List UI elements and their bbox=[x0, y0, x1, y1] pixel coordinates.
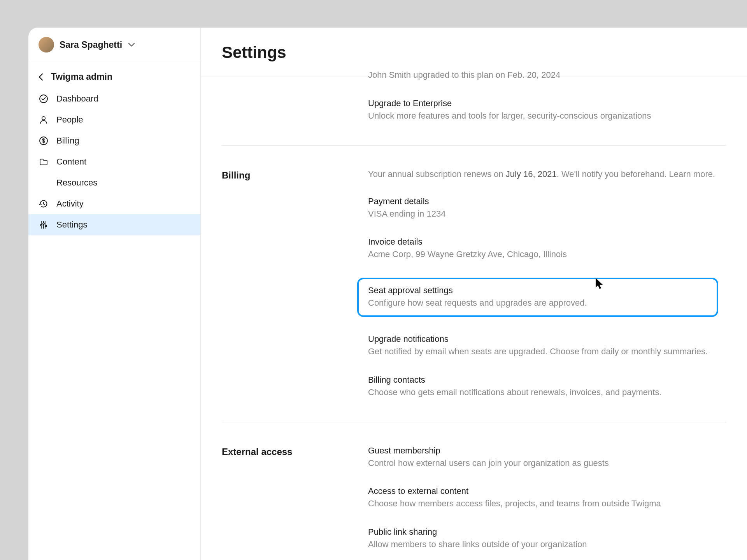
setting-title: Upgrade notifications bbox=[368, 334, 726, 344]
section-plan-tail: John Smith upgraded to this plan on Feb.… bbox=[222, 77, 726, 146]
dollar-icon bbox=[39, 136, 49, 146]
svg-point-4 bbox=[43, 223, 44, 224]
section-billing: Billing Your annual subscription renews … bbox=[222, 146, 726, 422]
check-circle-icon bbox=[39, 94, 49, 104]
svg-point-3 bbox=[40, 224, 42, 226]
setting-desc: John Smith upgraded to this plan on Feb.… bbox=[368, 69, 726, 81]
sliders-icon bbox=[39, 220, 49, 230]
page-title: Settings bbox=[222, 43, 726, 62]
setting-title: Upgrade to Enterprise bbox=[368, 98, 726, 108]
sidebar-item-label: Content bbox=[56, 157, 86, 167]
setting-title: Invoice details bbox=[368, 237, 726, 247]
setting-title: Seat approval settings bbox=[368, 285, 707, 296]
app-window: Sara Spaghetti Twigma admin Dashboard bbox=[28, 28, 747, 560]
sidebar-item-settings[interactable]: Settings bbox=[28, 214, 200, 235]
person-icon bbox=[39, 115, 49, 125]
setting-title: Access to external content bbox=[368, 486, 726, 496]
setting-desc: Unlock more features and tools for large… bbox=[368, 110, 726, 122]
sidebar-item-activity[interactable]: Activity bbox=[28, 193, 200, 214]
folder-icon bbox=[39, 157, 49, 167]
sidebar-item-label: Resources bbox=[56, 178, 97, 188]
sidebar-item-label: People bbox=[56, 115, 83, 125]
setting-item-billing-contacts[interactable]: Billing contacts Choose who gets email n… bbox=[368, 375, 726, 399]
setting-desc: Get notified by email when seats are upg… bbox=[368, 346, 726, 358]
admin-title: Twigma admin bbox=[51, 72, 112, 82]
chevron-left-icon bbox=[39, 73, 43, 81]
setting-desc: Configure how seat requests and upgrades… bbox=[368, 297, 707, 309]
avatar bbox=[39, 37, 54, 52]
setting-title: Billing contacts bbox=[368, 375, 726, 385]
setting-desc: Control how external users can join your… bbox=[368, 457, 726, 469]
sidebar-item-label: Activity bbox=[56, 199, 84, 209]
main-content: Settings John Smith upgraded to this pla… bbox=[201, 28, 747, 560]
setting-item-external-content[interactable]: Access to external content Choose how me… bbox=[368, 486, 726, 510]
setting-item-invoice-details[interactable]: Invoice details Acme Corp, 99 Wayne Gret… bbox=[368, 237, 726, 261]
sidebar-item-content[interactable]: Content bbox=[28, 151, 200, 172]
sidebar-item-resources[interactable]: Resources bbox=[28, 172, 200, 193]
sidebar: Sara Spaghetti Twigma admin Dashboard bbox=[28, 28, 201, 560]
section-external-access: External access Guest membership Control… bbox=[222, 422, 726, 560]
setting-desc: VISA ending in 1234 bbox=[368, 208, 726, 220]
nav-list: Dashboard People Billing Content bbox=[28, 88, 200, 235]
setting-item-seat-approval[interactable]: Seat approval settings Configure how sea… bbox=[357, 278, 718, 317]
setting-title: Payment details bbox=[368, 196, 726, 206]
sidebar-item-label: Dashboard bbox=[56, 94, 98, 104]
setting-item-guest-membership[interactable]: Guest membership Control how external us… bbox=[368, 446, 726, 469]
section-label: Billing bbox=[222, 170, 368, 181]
setting-item-upgrade-enterprise[interactable]: Upgrade to Enterprise Unlock more featur… bbox=[368, 98, 726, 122]
sidebar-item-label: Settings bbox=[56, 220, 88, 230]
history-icon bbox=[39, 199, 49, 209]
user-menu[interactable]: Sara Spaghetti bbox=[28, 28, 200, 62]
renewal-notice: Your annual subscription renews on July … bbox=[368, 169, 726, 179]
setting-desc: Acme Corp, 99 Wayne Gretzky Ave, Chicago… bbox=[368, 248, 726, 261]
learn-more-link[interactable]: Learn more. bbox=[669, 169, 715, 179]
setting-item[interactable]: John Smith upgraded to this plan on Feb.… bbox=[368, 69, 726, 81]
svg-point-1 bbox=[42, 117, 45, 120]
user-name: Sara Spaghetti bbox=[60, 40, 122, 50]
setting-desc: Choose how members access files, project… bbox=[368, 498, 726, 510]
sidebar-item-people[interactable]: People bbox=[28, 109, 200, 130]
section-label: External access bbox=[222, 446, 368, 457]
sidebar-item-label: Billing bbox=[56, 136, 79, 146]
sidebar-item-billing[interactable]: Billing bbox=[28, 130, 200, 151]
setting-item-public-link-sharing[interactable]: Public link sharing Allow members to sha… bbox=[368, 527, 726, 551]
svg-point-0 bbox=[40, 95, 47, 103]
setting-desc: Allow members to share links outside of … bbox=[368, 539, 726, 551]
sidebar-item-dashboard[interactable]: Dashboard bbox=[28, 88, 200, 109]
back-to-admin[interactable]: Twigma admin bbox=[28, 62, 200, 88]
chevron-down-icon bbox=[128, 43, 135, 47]
setting-item-upgrade-notifications[interactable]: Upgrade notifications Get notified by em… bbox=[368, 334, 726, 358]
settings-scroll[interactable]: John Smith upgraded to this plan on Feb.… bbox=[201, 77, 747, 560]
svg-point-5 bbox=[45, 225, 47, 227]
setting-title: Guest membership bbox=[368, 446, 726, 456]
setting-desc: Choose who gets email notifications abou… bbox=[368, 387, 726, 399]
setting-item-payment-details[interactable]: Payment details VISA ending in 1234 bbox=[368, 196, 726, 220]
setting-title: Public link sharing bbox=[368, 527, 726, 537]
